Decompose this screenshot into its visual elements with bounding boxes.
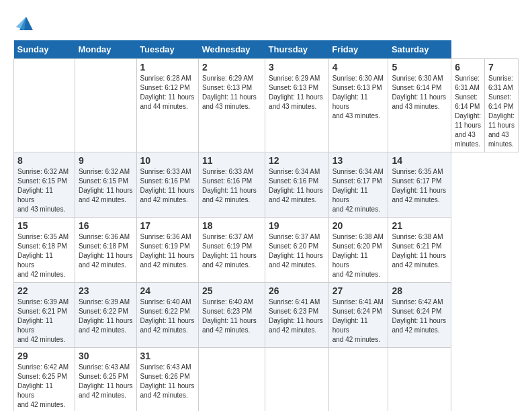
day-number: 28 — [392, 285, 447, 296]
header-day-tuesday: Tuesday — [136, 40, 198, 59]
calendar-cell: 23 Sunrise: 6:39 AMSunset: 6:22 PMDaylig… — [75, 283, 136, 348]
calendar-cell: 28 Sunrise: 6:42 AMSunset: 6:24 PMDaylig… — [388, 283, 451, 348]
calendar-cell: 15 Sunrise: 6:35 AMSunset: 6:18 PMDaylig… — [14, 218, 75, 283]
day-number: 25 — [202, 285, 261, 296]
header-day-thursday: Thursday — [265, 40, 329, 59]
calendar-cell: 22 Sunrise: 6:39 AMSunset: 6:21 PMDaylig… — [14, 283, 75, 348]
day-info: Sunrise: 6:41 AMSunset: 6:24 PMDaylight:… — [332, 298, 384, 343]
calendar-cell — [265, 348, 329, 412]
calendar-cell: 25 Sunrise: 6:40 AMSunset: 6:23 PMDaylig… — [199, 283, 265, 348]
calendar-cell: 19 Sunrise: 6:37 AMSunset: 6:20 PMDaylig… — [265, 218, 329, 283]
calendar-body: 1 Sunrise: 6:28 AMSunset: 6:12 PMDayligh… — [14, 59, 519, 412]
day-number: 13 — [332, 155, 385, 166]
logo — [13, 13, 36, 34]
day-number: 3 — [269, 62, 325, 73]
calendar-cell: 29 Sunrise: 6:42 AMSunset: 6:25 PMDaylig… — [14, 348, 75, 412]
calendar-cell: 12 Sunrise: 6:34 AMSunset: 6:16 PMDaylig… — [265, 152, 329, 218]
day-number: 26 — [269, 285, 325, 296]
day-number: 5 — [392, 62, 447, 73]
calendar-cell: 18 Sunrise: 6:37 AMSunset: 6:19 PMDaylig… — [199, 218, 265, 283]
day-info: Sunrise: 6:31 AMSunset: 6:14 PMDaylight:… — [488, 75, 515, 148]
day-number: 11 — [202, 155, 261, 166]
calendar-cell: 24 Sunrise: 6:40 AMSunset: 6:22 PMDaylig… — [136, 283, 198, 348]
calendar-week-1: 1 Sunrise: 6:28 AMSunset: 6:12 PMDayligh… — [14, 59, 519, 152]
day-info: Sunrise: 6:39 AMSunset: 6:22 PMDaylight:… — [79, 298, 133, 334]
day-info: Sunrise: 6:37 AMSunset: 6:20 PMDaylight:… — [269, 233, 323, 269]
day-info: Sunrise: 6:30 AMSunset: 6:13 PMDaylight:… — [332, 75, 384, 120]
day-number: 22 — [17, 285, 71, 296]
calendar-cell: 9 Sunrise: 6:32 AMSunset: 6:15 PMDayligh… — [75, 152, 136, 218]
day-info: Sunrise: 6:31 AMSunset: 6:14 PMDaylight:… — [455, 75, 481, 148]
calendar-week-2: 8 Sunrise: 6:32 AMSunset: 6:15 PMDayligh… — [14, 152, 519, 218]
header-row: SundayMondayTuesdayWednesdayThursdayFrid… — [14, 40, 519, 59]
calendar-cell: 20 Sunrise: 6:38 AMSunset: 6:20 PMDaylig… — [328, 218, 388, 283]
day-number: 30 — [79, 351, 133, 361]
header-day-monday: Monday — [75, 40, 136, 59]
day-number: 9 — [79, 155, 133, 166]
day-number: 18 — [202, 220, 261, 231]
day-number: 4 — [332, 62, 385, 73]
day-number: 1 — [140, 62, 195, 73]
header-day-sunday: Sunday — [14, 40, 75, 59]
calendar-cell — [388, 348, 451, 412]
page-header — [13, 13, 519, 34]
day-number: 16 — [79, 220, 133, 231]
calendar-cell: 11 Sunrise: 6:33 AMSunset: 6:16 PMDaylig… — [199, 152, 265, 218]
day-number: 15 — [17, 220, 71, 231]
calendar-cell: 4 Sunrise: 6:30 AMSunset: 6:13 PMDayligh… — [328, 59, 388, 152]
day-info: Sunrise: 6:35 AMSunset: 6:17 PMDaylight:… — [392, 168, 446, 203]
calendar-week-4: 22 Sunrise: 6:39 AMSunset: 6:21 PMDaylig… — [14, 283, 519, 348]
header-day-wednesday: Wednesday — [199, 40, 265, 59]
calendar-header: SundayMondayTuesdayWednesdayThursdayFrid… — [14, 40, 519, 59]
day-number: 19 — [269, 220, 325, 231]
day-info: Sunrise: 6:38 AMSunset: 6:21 PMDaylight:… — [392, 233, 446, 269]
day-info: Sunrise: 6:32 AMSunset: 6:15 PMDaylight:… — [79, 168, 133, 203]
day-info: Sunrise: 6:34 AMSunset: 6:16 PMDaylight:… — [269, 168, 323, 203]
calendar-cell: 16 Sunrise: 6:36 AMSunset: 6:18 PMDaylig… — [75, 218, 136, 283]
header-day-friday: Friday — [328, 40, 388, 59]
calendar-cell: 6 Sunrise: 6:31 AMSunset: 6:14 PMDayligh… — [451, 59, 485, 152]
calendar-cell: 13 Sunrise: 6:34 AMSunset: 6:17 PMDaylig… — [328, 152, 388, 218]
calendar-cell: 7 Sunrise: 6:31 AMSunset: 6:14 PMDayligh… — [485, 59, 519, 152]
day-info: Sunrise: 6:33 AMSunset: 6:16 PMDaylight:… — [140, 168, 195, 203]
calendar-week-3: 15 Sunrise: 6:35 AMSunset: 6:18 PMDaylig… — [14, 218, 519, 283]
calendar-cell: 30 Sunrise: 6:43 AMSunset: 6:25 PMDaylig… — [75, 348, 136, 412]
day-info: Sunrise: 6:36 AMSunset: 6:19 PMDaylight:… — [140, 233, 195, 269]
day-info: Sunrise: 6:42 AMSunset: 6:24 PMDaylight:… — [392, 298, 446, 334]
calendar-cell: 21 Sunrise: 6:38 AMSunset: 6:21 PMDaylig… — [388, 218, 451, 283]
calendar-cell: 10 Sunrise: 6:33 AMSunset: 6:16 PMDaylig… — [136, 152, 198, 218]
calendar-table: SundayMondayTuesdayWednesdayThursdayFrid… — [13, 40, 519, 411]
calendar-cell: 17 Sunrise: 6:36 AMSunset: 6:19 PMDaylig… — [136, 218, 198, 283]
day-info: Sunrise: 6:38 AMSunset: 6:20 PMDaylight:… — [332, 233, 384, 278]
day-number: 17 — [140, 220, 195, 231]
header-day-saturday: Saturday — [388, 40, 451, 59]
calendar-cell — [75, 59, 136, 152]
calendar-cell: 2 Sunrise: 6:29 AMSunset: 6:13 PMDayligh… — [199, 59, 265, 152]
calendar-cell: 27 Sunrise: 6:41 AMSunset: 6:24 PMDaylig… — [328, 283, 388, 348]
calendar-cell: 8 Sunrise: 6:32 AMSunset: 6:15 PMDayligh… — [14, 152, 75, 218]
day-info: Sunrise: 6:41 AMSunset: 6:23 PMDaylight:… — [269, 298, 323, 334]
calendar-cell: 31 Sunrise: 6:43 AMSunset: 6:26 PMDaylig… — [136, 348, 198, 412]
calendar-cell — [199, 348, 265, 412]
day-info: Sunrise: 6:43 AMSunset: 6:26 PMDaylight:… — [140, 363, 195, 399]
day-info: Sunrise: 6:42 AMSunset: 6:25 PMDaylight:… — [17, 363, 69, 408]
day-number: 21 — [392, 220, 447, 231]
day-number: 31 — [140, 351, 195, 361]
day-info: Sunrise: 6:43 AMSunset: 6:25 PMDaylight:… — [79, 363, 133, 399]
calendar-cell: 5 Sunrise: 6:30 AMSunset: 6:14 PMDayligh… — [388, 59, 451, 152]
day-info: Sunrise: 6:36 AMSunset: 6:18 PMDaylight:… — [79, 233, 133, 269]
day-info: Sunrise: 6:33 AMSunset: 6:16 PMDaylight:… — [202, 168, 257, 203]
calendar-cell: 14 Sunrise: 6:35 AMSunset: 6:17 PMDaylig… — [388, 152, 451, 218]
day-number: 20 — [332, 220, 385, 231]
day-info: Sunrise: 6:37 AMSunset: 6:19 PMDaylight:… — [202, 233, 257, 269]
day-info: Sunrise: 6:40 AMSunset: 6:23 PMDaylight:… — [202, 298, 257, 334]
calendar-cell: 1 Sunrise: 6:28 AMSunset: 6:12 PMDayligh… — [136, 59, 198, 152]
day-info: Sunrise: 6:35 AMSunset: 6:18 PMDaylight:… — [17, 233, 69, 278]
day-number: 29 — [17, 351, 71, 361]
day-number: 23 — [79, 285, 133, 296]
day-info: Sunrise: 6:40 AMSunset: 6:22 PMDaylight:… — [140, 298, 195, 334]
calendar-cell: 26 Sunrise: 6:41 AMSunset: 6:23 PMDaylig… — [265, 283, 329, 348]
day-number: 8 — [17, 155, 71, 166]
calendar-cell — [328, 348, 388, 412]
day-info: Sunrise: 6:29 AMSunset: 6:13 PMDaylight:… — [269, 75, 323, 110]
